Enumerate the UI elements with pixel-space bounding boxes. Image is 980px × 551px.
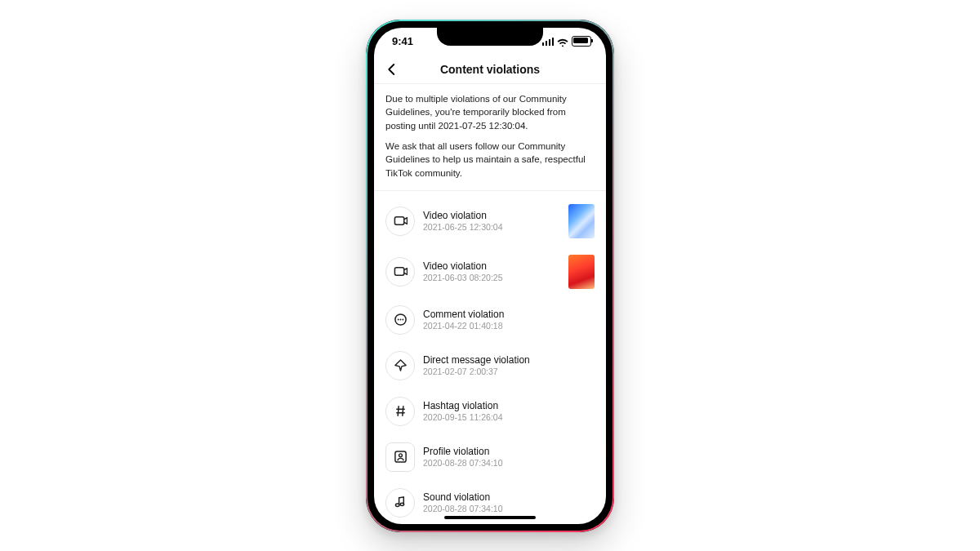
back-button[interactable] bbox=[382, 60, 402, 79]
violation-meta: Video violation2021-06-03 08:20:25 bbox=[423, 260, 560, 282]
sound-icon bbox=[385, 488, 415, 518]
warning-paragraph-1: Due to multiple violations of our Commun… bbox=[385, 92, 595, 133]
violation-thumbnail bbox=[568, 255, 595, 289]
violation-title: Hashtag violation bbox=[423, 400, 595, 411]
violation-row[interactable]: Hashtag violation2020-09-15 11:26:04 bbox=[382, 389, 598, 434]
violation-meta: Hashtag violation2020-09-15 11:26:04 bbox=[423, 400, 595, 422]
violation-row[interactable]: Comment violation2021-04-22 01:40:18 bbox=[382, 297, 598, 343]
violation-title: Profile violation bbox=[423, 446, 595, 457]
profile-icon bbox=[385, 442, 415, 472]
status-icons bbox=[542, 36, 592, 47]
violation-title: Video violation bbox=[423, 260, 560, 272]
send-icon bbox=[385, 351, 415, 380]
status-time: 9:41 bbox=[392, 35, 413, 47]
violation-title: Comment violation bbox=[423, 309, 595, 320]
violation-date: 2020-08-28 07:34:10 bbox=[423, 504, 595, 513]
home-indicator bbox=[444, 516, 536, 519]
violation-meta: Comment violation2021-04-22 01:40:18 bbox=[423, 309, 595, 331]
violation-date: 2021-06-25 12:30:04 bbox=[423, 222, 560, 232]
phone-frame: 9:41 Content violations Due to multiple … bbox=[366, 20, 614, 532]
violation-date: 2021-02-07 2:00:37 bbox=[423, 367, 595, 376]
hash-icon bbox=[385, 397, 415, 426]
violation-meta: Profile violation2020-08-28 07:34:10 bbox=[423, 446, 595, 468]
warning-block: Due to multiple violations of our Commun… bbox=[374, 84, 606, 191]
video-icon bbox=[385, 207, 415, 236]
violation-title: Direct message violation bbox=[423, 354, 595, 366]
violation-row[interactable]: Video violation2021-06-03 08:20:25 bbox=[382, 247, 598, 297]
violation-thumbnail bbox=[568, 204, 595, 238]
violation-date: 2021-06-03 08:20:25 bbox=[423, 273, 560, 282]
notch bbox=[437, 28, 543, 46]
nav-bar: Content violations bbox=[374, 56, 606, 84]
violation-row[interactable]: Profile violation2020-08-28 07:34:10 bbox=[382, 434, 598, 480]
violation-meta: Direct message violation2021-02-07 2:00:… bbox=[423, 354, 595, 376]
comment-icon bbox=[385, 305, 415, 335]
violation-date: 2020-08-28 07:34:10 bbox=[423, 458, 595, 468]
warning-paragraph-2: We ask that all users follow our Communi… bbox=[385, 140, 595, 180]
violation-date: 2021-04-22 01:40:18 bbox=[423, 321, 595, 331]
violation-row[interactable]: Direct message violation2021-02-07 2:00:… bbox=[382, 343, 598, 389]
page-title: Content violations bbox=[440, 63, 540, 76]
violations-list: Video violation2021-06-25 12:30:04Video … bbox=[374, 191, 606, 524]
cellular-icon bbox=[542, 38, 555, 46]
violation-meta: Sound violation2020-08-28 07:34:10 bbox=[423, 491, 595, 513]
chevron-left-icon bbox=[385, 62, 399, 77]
video-icon bbox=[385, 257, 415, 287]
violation-title: Video violation bbox=[423, 210, 560, 221]
wifi-icon bbox=[557, 37, 568, 46]
violation-row[interactable]: Video violation2021-06-25 12:30:04 bbox=[382, 196, 598, 247]
violation-title: Sound violation bbox=[423, 491, 595, 503]
battery-icon bbox=[572, 36, 591, 47]
violation-date: 2020-09-15 11:26:04 bbox=[423, 412, 595, 422]
violation-meta: Video violation2021-06-25 12:30:04 bbox=[423, 210, 560, 232]
phone-screen: 9:41 Content violations Due to multiple … bbox=[374, 28, 606, 524]
